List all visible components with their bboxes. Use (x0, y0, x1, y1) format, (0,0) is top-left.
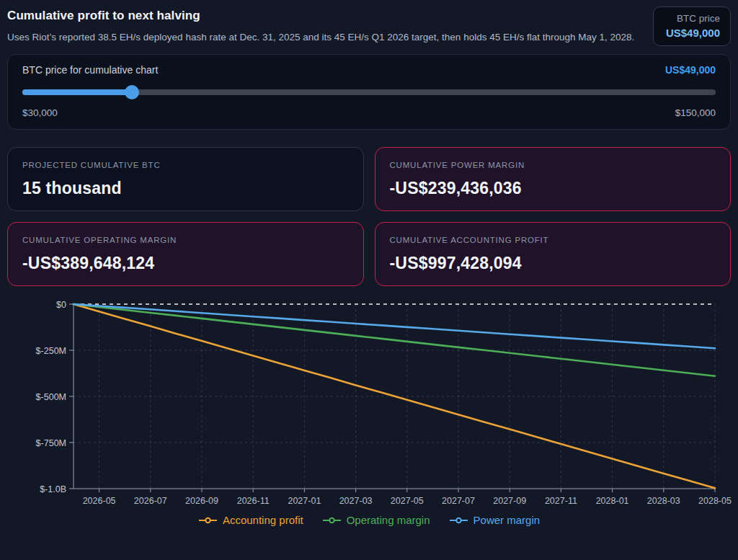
svg-text:2028-01: 2028-01 (596, 496, 629, 506)
svg-text:2027-01: 2027-01 (288, 496, 321, 506)
stat-value: -US$997,428,094 (390, 254, 716, 273)
slider-min-label: $30,000 (22, 107, 58, 118)
svg-text:2027-07: 2027-07 (442, 496, 475, 506)
stat-value: -US$239,436,036 (390, 179, 716, 198)
svg-text:2027-09: 2027-09 (493, 496, 526, 506)
svg-text:$-750M: $-750M (36, 438, 66, 448)
stat-label: CUMULATIVE POWER MARGIN (390, 161, 716, 169)
stat-value: -US$389,648,124 (22, 254, 349, 273)
svg-text:2026-11: 2026-11 (237, 496, 270, 506)
stat-card-cumulative-power-margin: CUMULATIVE POWER MARGIN -US$239,436,036 (375, 147, 732, 211)
btc-price-badge-value: US$49,000 (664, 27, 720, 39)
legend-label: Operating margin (347, 514, 430, 526)
svg-text:2028-03: 2028-03 (647, 496, 680, 506)
header-text: Cumulative profit to next halving Uses R… (7, 6, 634, 45)
svg-text:$-250M: $-250M (36, 346, 66, 356)
legend-item-operating-margin[interactable]: Operating margin (322, 514, 430, 526)
chart-canvas[interactable]: $0$-250M$-500M$-750M$-1.0B2026-052026-07… (7, 295, 731, 512)
svg-text:2027-11: 2027-11 (545, 496, 577, 506)
stat-value: 15 thousand (22, 179, 349, 198)
svg-text:$0: $0 (56, 300, 66, 310)
cumulative-profit-chart[interactable]: $0$-250M$-500M$-750M$-1.0B2026-052026-07… (7, 295, 731, 526)
slider-range-labels: $30,000 $150,000 (22, 107, 716, 118)
legend-label: Accounting profit (223, 514, 303, 526)
stat-label: CUMULATIVE OPERATING MARGIN (22, 236, 349, 244)
svg-text:2026-09: 2026-09 (185, 496, 218, 506)
page-subtitle: Uses Riot’s reported 38.5 EH/s deployed … (7, 30, 634, 45)
svg-text:$-1.0B: $-1.0B (40, 484, 66, 494)
stat-label: PROJECTED CUMULATIVE BTC (22, 161, 349, 169)
line-marker-icon (322, 517, 342, 524)
chart-legend: Accounting profit Operating margin Power… (7, 514, 731, 526)
legend-item-power-margin[interactable]: Power margin (449, 514, 541, 526)
svg-text:2027-05: 2027-05 (391, 496, 424, 506)
stat-card-projected-cumulative-btc: PROJECTED CUMULATIVE BTC 15 thousand (7, 147, 364, 211)
line-marker-icon (449, 517, 468, 524)
svg-text:2026-07: 2026-07 (134, 496, 167, 506)
svg-text:$-500M: $-500M (36, 392, 66, 402)
svg-text:2028-05: 2028-05 (698, 496, 732, 506)
slider-thumb[interactable] (125, 85, 139, 99)
stat-label: CUMULATIVE ACCOUNTING PROFIT (390, 236, 716, 244)
dashboard: Cumulative profit to next halving Uses R… (0, 0, 738, 526)
svg-text:2027-03: 2027-03 (339, 496, 373, 506)
page-title: Cumulative profit to next halving (7, 6, 634, 23)
header: Cumulative profit to next halving Uses R… (7, 6, 731, 46)
stat-card-cumulative-operating-margin: CUMULATIVE OPERATING MARGIN -US$389,648,… (7, 222, 364, 286)
slider-label: BTC price for cumulative chart (22, 64, 158, 76)
btc-price-slider[interactable] (22, 85, 716, 99)
slider-max-label: $150,000 (675, 107, 716, 118)
btc-price-badge: BTC price US$49,000 (653, 6, 731, 46)
svg-text:2026-05: 2026-05 (83, 496, 116, 506)
slider-current-value: US$49,000 (665, 64, 716, 76)
stat-card-cumulative-accounting-profit: CUMULATIVE ACCOUNTING PROFIT -US$997,428… (375, 222, 732, 286)
slider-header: BTC price for cumulative chart US$49,000 (22, 64, 716, 76)
btc-price-slider-card: BTC price for cumulative chart US$49,000… (7, 54, 731, 130)
btc-price-badge-label: BTC price (664, 13, 720, 24)
stat-cards: PROJECTED CUMULATIVE BTC 15 thousand CUM… (7, 147, 731, 286)
legend-label: Power margin (474, 514, 541, 526)
line-marker-icon (198, 517, 218, 524)
slider-fill (22, 89, 132, 95)
legend-item-accounting-profit[interactable]: Accounting profit (198, 514, 303, 526)
